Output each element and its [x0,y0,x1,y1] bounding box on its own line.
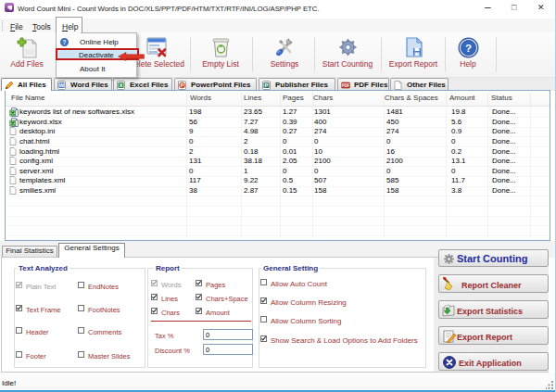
svg-text:W: W [59,82,65,88]
svg-text:?: ? [465,43,472,54]
svg-text:P: P [180,82,183,88]
svg-text:P: P [264,82,268,88]
svg-text:PDF: PDF [342,83,350,88]
svg-text:X: X [119,82,122,88]
